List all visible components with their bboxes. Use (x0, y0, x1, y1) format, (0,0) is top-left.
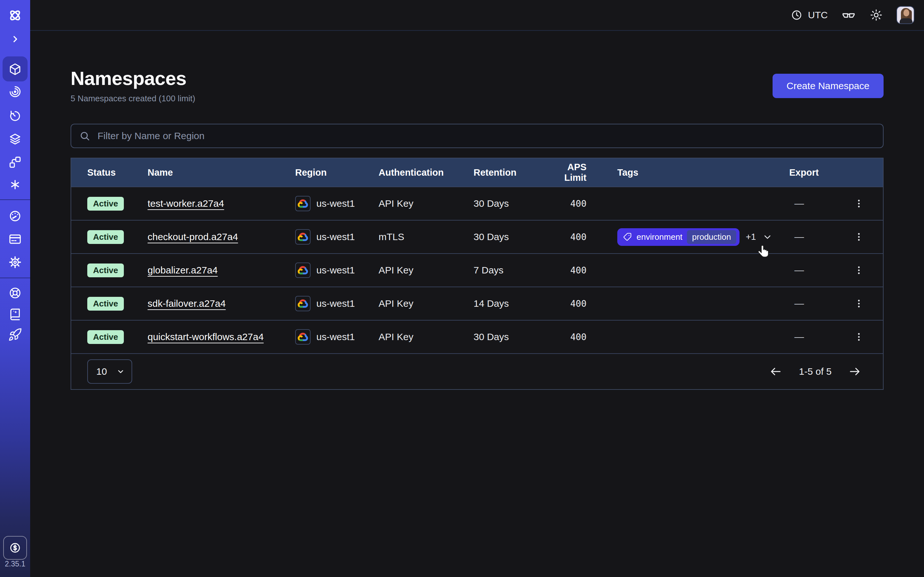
gcp-icon (295, 296, 310, 311)
region-label: us-west1 (317, 298, 355, 309)
retention-cell: 30 Days (473, 198, 544, 209)
retention-cell: 14 Days (473, 298, 544, 309)
namespace-link[interactable]: sdk-failover.a27a4 (148, 298, 226, 309)
aps-limit-cell: 400 (544, 265, 593, 276)
page-title: Namespaces (71, 67, 186, 89)
table-header: Status Name Region Authentication Retent… (71, 158, 883, 187)
row-actions-kebab[interactable] (845, 265, 883, 276)
avatar-body (900, 18, 913, 24)
create-namespace-button[interactable]: Create Namespace (772, 74, 884, 98)
aps-limit-cell: 400 (544, 332, 593, 342)
export-cell: — (789, 198, 845, 209)
status-badge: Active (87, 230, 124, 244)
col-retention: Retention (473, 167, 544, 178)
auth-cell: API Key (379, 198, 473, 209)
gcp-icon (295, 229, 310, 245)
namespaces-table: Status Name Region Authentication Retent… (71, 158, 884, 390)
region-cell: us-west1 (295, 196, 379, 211)
namespace-link[interactable]: test-worker.a27a4 (148, 198, 224, 209)
status-badge: Active (87, 197, 124, 211)
search-icon (79, 130, 90, 142)
tags-more[interactable]: +1 (746, 232, 756, 242)
status-cell: Active (87, 263, 148, 277)
pagination-range: 1-5 of 5 (799, 366, 832, 377)
sidebar-item-usage-speedometer-icon[interactable] (0, 208, 30, 224)
theme-sun-icon[interactable] (869, 8, 883, 22)
page-subtitle: 5 Namespaces created (100 limit) (71, 93, 195, 103)
aps-limit-cell: 400 (544, 298, 593, 309)
main-content: Namespaces 5 Namespaces created (100 lim… (30, 31, 924, 577)
tag-pill[interactable]: environment production (617, 228, 740, 246)
tag-key: environment (636, 232, 682, 242)
row-actions-kebab[interactable] (845, 198, 883, 209)
region-cell: us-west1 (295, 296, 379, 311)
filter-input[interactable] (96, 130, 875, 142)
sidebar-item-iris-icon[interactable] (0, 83, 30, 100)
namespace-link[interactable]: checkout-prod.a27a4 (148, 231, 238, 242)
row-actions-kebab[interactable] (845, 298, 883, 309)
table-row: Active sdk-failover.a27a4 us-west1 API K… (71, 287, 883, 320)
sidebar-item-docs-book-icon[interactable] (0, 306, 30, 322)
app-window: 2.35.1 UTC (0, 0, 924, 577)
status-cell: Active (87, 330, 148, 344)
sidebar-item-getting-started-rocket-icon[interactable] (0, 326, 30, 343)
glasses-icon[interactable] (841, 8, 856, 23)
sidebar-item-asterisk-icon[interactable] (0, 176, 30, 193)
col-export: Export (789, 167, 845, 178)
topbar: UTC (30, 0, 924, 31)
temporal-logo-icon[interactable] (0, 7, 30, 24)
export-cell: — (789, 265, 845, 276)
credits-badge-dollar-button[interactable] (3, 536, 27, 560)
sidebar-expand-chevron-icon[interactable] (0, 31, 30, 47)
page-size-select[interactable]: 10 (87, 359, 132, 384)
col-tags: Tags (617, 167, 789, 178)
region-cell: us-west1 (295, 229, 379, 245)
tags-cell: environment production +1 (617, 228, 789, 246)
sidebar-item-layers-icon[interactable] (0, 131, 30, 147)
timezone-selector[interactable]: UTC (790, 9, 828, 21)
aps-limit-cell: 400 (544, 198, 593, 209)
status-cell: Active (87, 297, 148, 311)
sidebar-divider (0, 277, 30, 278)
sidebar-item-support-lifebuoy-icon[interactable] (0, 285, 30, 301)
gcp-icon (295, 263, 310, 278)
retention-cell: 7 Days (473, 265, 544, 276)
sidebar-item-timer-icon[interactable] (0, 108, 30, 124)
table-row: Active globalizer.a27a4 us-west1 API Key… (71, 253, 883, 287)
namespace-link[interactable]: quickstart-workflows.a27a4 (148, 332, 264, 342)
next-page-arrow-icon[interactable] (848, 365, 861, 378)
table-footer: 10 1-5 of 5 (71, 353, 883, 389)
chevron-down-icon (116, 367, 125, 376)
user-avatar[interactable] (897, 6, 914, 24)
filter-bar (71, 124, 884, 148)
col-region: Region (295, 167, 379, 178)
name-cell: checkout-prod.a27a4 (148, 231, 295, 242)
auth-cell: API Key (379, 298, 473, 309)
name-cell: sdk-failover.a27a4 (148, 298, 295, 309)
gcp-icon (295, 196, 310, 211)
status-cell: Active (87, 230, 148, 244)
previous-page-arrow-icon[interactable] (769, 365, 782, 378)
status-badge: Active (87, 297, 124, 311)
row-actions-kebab[interactable] (845, 231, 883, 242)
avatar-face (903, 9, 909, 16)
sidebar-item-namespaces-cube-icon[interactable] (0, 61, 30, 77)
sidebar-item-billing-card-icon[interactable] (0, 231, 30, 247)
name-cell: test-worker.a27a4 (148, 198, 295, 209)
table-body: Active test-worker.a27a4 us-west1 API Ke… (71, 187, 883, 353)
sidebar-item-settings-gear-icon[interactable] (0, 254, 30, 271)
namespace-link[interactable]: globalizer.a27a4 (148, 265, 218, 276)
table-row: Active quickstart-workflows.a27a4 us-wes… (71, 320, 883, 353)
row-actions-kebab[interactable] (845, 332, 883, 342)
col-aps-limit: APS Limit (544, 162, 593, 183)
sidebar: 2.35.1 (0, 0, 30, 577)
sidebar-item-nexus-workflow-icon[interactable] (0, 154, 30, 171)
region-label: us-west1 (317, 265, 355, 276)
region-label: us-west1 (317, 198, 355, 209)
gcp-icon (295, 329, 310, 345)
tag-value: production (687, 230, 736, 244)
export-cell: — (789, 231, 845, 242)
page-size-value: 10 (96, 366, 107, 377)
tags-chevron-icon[interactable] (762, 232, 772, 242)
region-label: us-west1 (317, 332, 355, 342)
